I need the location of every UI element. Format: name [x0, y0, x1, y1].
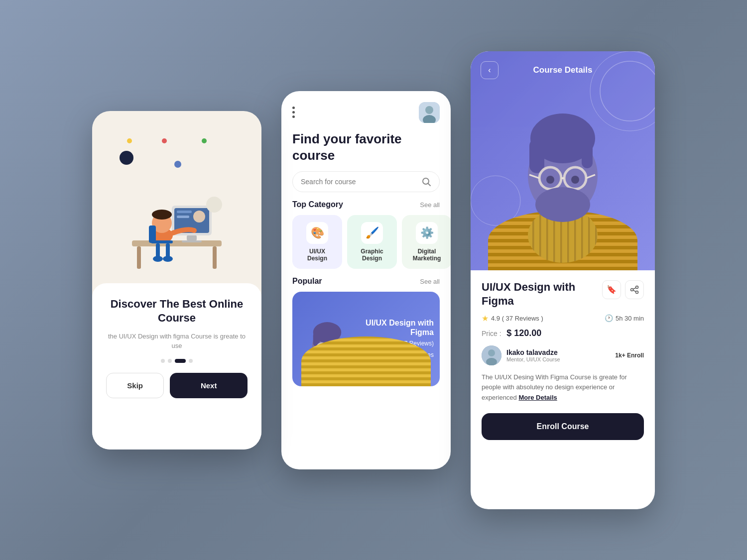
popular-course-card[interactable]: UI/UX Design with Figma ★ 4.9 (37 Review… — [292, 292, 440, 386]
popular-course-title: UI/UX Design with Figma — [354, 318, 434, 337]
svg-point-21 — [425, 106, 433, 114]
instructor-details: Ikako talavadze Mentor, UI/UX Course — [506, 348, 560, 362]
svg-point-19 — [206, 197, 222, 213]
svg-point-9 — [193, 211, 205, 223]
hero-illustration — [112, 161, 242, 275]
graphic-label: GraphicDesign — [361, 248, 383, 262]
svg-rect-0 — [132, 240, 222, 246]
svg-rect-8 — [177, 216, 189, 218]
duration-value: 5h 30 min — [616, 315, 644, 322]
course-detail-content: UI/UX Design with Figma 🔖 ★ 4.9 ( 37 R — [471, 270, 655, 509]
digital-icon: ⚙️ — [416, 222, 438, 244]
categories-list: 🎨 UI/UXDesign 🖌️ GraphicDesign ⚙️ Digita… — [281, 215, 451, 277]
star-icon: ★ — [482, 314, 489, 323]
digital-label: DigitalMarketing — [413, 248, 441, 262]
uiux-label: UI/UXDesign — [307, 248, 327, 262]
svg-rect-2 — [213, 246, 217, 269]
course-meta: ★ 4.9 ( 37 Reviews ) 🕐 5h 30 min — [482, 314, 644, 323]
onboarding-content: Discover The Best Online Course the UI/U… — [92, 283, 261, 449]
svg-point-17 — [163, 256, 173, 262]
svg-point-53 — [636, 286, 638, 288]
instructor-info: Ikako talavadze Mentor, UI/UX Course — [482, 345, 560, 365]
price-value: $ 120.00 — [506, 328, 541, 338]
popular-section-header: Popular See all — [281, 277, 451, 292]
search-bar[interactable] — [292, 171, 440, 192]
popular-card-bg: UI/UX Design with Figma ★ 4.9 (37 Review… — [292, 292, 440, 386]
hero-character — [491, 66, 635, 270]
category-graphic[interactable]: 🖌️ GraphicDesign — [347, 215, 397, 269]
progress-dot-4 — [189, 359, 193, 363]
course-title-row: UI/UX Design with Figma 🔖 — [482, 280, 644, 309]
svg-rect-42 — [529, 138, 544, 173]
onboarding-subtitle: the UI/UX Design with figma Course is gr… — [106, 332, 248, 351]
category-title: Top Category — [292, 200, 343, 209]
course-description: The UI/UX Desing With Figma Course is gr… — [482, 372, 644, 403]
skip-button[interactable]: Skip — [106, 373, 164, 398]
svg-line-56 — [633, 288, 636, 289]
menu-icon[interactable] — [292, 107, 295, 118]
stripe-decoration — [301, 336, 431, 386]
progress-dot-2 — [168, 359, 172, 363]
category-section-header: Top Category See all — [281, 200, 451, 215]
dot-yellow — [127, 138, 132, 143]
enroll-count: 1k+ Enroll — [615, 352, 644, 359]
svg-rect-43 — [582, 138, 593, 168]
search-header — [281, 91, 451, 123]
course-action-buttons: 🔖 — [602, 280, 644, 299]
svg-point-49 — [546, 176, 554, 184]
instructor-name: Ikako talavadze — [506, 348, 560, 356]
dot-red — [162, 138, 167, 143]
course-hero: ‹ Course Details — [471, 51, 655, 270]
menu-dot-1 — [292, 107, 295, 109]
svg-rect-7 — [177, 211, 192, 213]
svg-rect-6 — [182, 240, 202, 242]
svg-point-59 — [488, 349, 495, 356]
clock-icon: 🕐 — [605, 314, 613, 322]
course-duration: 🕐 5h 30 min — [605, 314, 644, 322]
svg-point-16 — [153, 256, 163, 262]
svg-line-57 — [633, 290, 636, 292]
onboarding-screen: Discover The Best Online Course the UI/U… — [92, 111, 261, 449]
svg-point-51 — [535, 187, 590, 222]
svg-rect-1 — [137, 246, 141, 269]
popular-see-all[interactable]: See all — [420, 278, 440, 285]
share-button[interactable] — [625, 280, 644, 299]
svg-rect-5 — [187, 235, 197, 240]
svg-line-24 — [428, 184, 431, 186]
bookmark-button[interactable]: 🔖 — [602, 280, 621, 299]
next-button[interactable]: Next — [170, 373, 248, 398]
popular-title: Popular — [292, 277, 322, 286]
course-rating: ★ 4.9 ( 37 Reviews ) — [482, 314, 543, 323]
instructor-avatar — [482, 345, 501, 365]
more-details-link[interactable]: More Details — [518, 394, 557, 401]
course-detail-screen: ‹ Course Details — [471, 51, 655, 509]
search-icon — [421, 177, 431, 187]
progress-dot-1 — [161, 359, 165, 363]
instructor-row: Ikako talavadze Mentor, UI/UX Course 1k+… — [482, 345, 644, 365]
category-uiux[interactable]: 🎨 UI/UXDesign — [292, 215, 342, 269]
search-screen: Find your favorite course Top Category S… — [281, 91, 451, 469]
svg-point-54 — [631, 288, 633, 291]
category-digital[interactable]: ⚙️ DigitalMarketing — [402, 215, 451, 269]
search-title: Find your favorite course — [281, 123, 451, 172]
dot-green — [202, 138, 207, 143]
user-avatar[interactable] — [419, 102, 440, 123]
menu-dot-2 — [292, 111, 295, 113]
progress-indicator — [161, 359, 193, 363]
search-input[interactable] — [301, 178, 416, 186]
svg-point-50 — [571, 176, 579, 184]
course-price-row: Price : $ 120.00 — [482, 328, 644, 338]
onboarding-buttons: Skip Next — [106, 373, 248, 398]
svg-rect-18 — [149, 225, 156, 243]
svg-point-55 — [636, 291, 638, 293]
category-see-all[interactable]: See all — [420, 201, 440, 209]
instructor-role: Mentor, UI/UX Course — [506, 356, 560, 362]
course-title: UI/UX Design with Figma — [482, 280, 602, 309]
menu-dot-3 — [292, 115, 295, 118]
uiux-icon: 🎨 — [306, 222, 328, 244]
onboarding-title: Discover The Best Online Course — [106, 297, 248, 326]
enroll-button[interactable]: Enroll Course — [482, 413, 644, 440]
graphic-icon: 🖌️ — [361, 222, 383, 244]
rating-value: 4.9 ( 37 Reviews ) — [491, 315, 543, 322]
svg-point-12 — [152, 210, 172, 220]
